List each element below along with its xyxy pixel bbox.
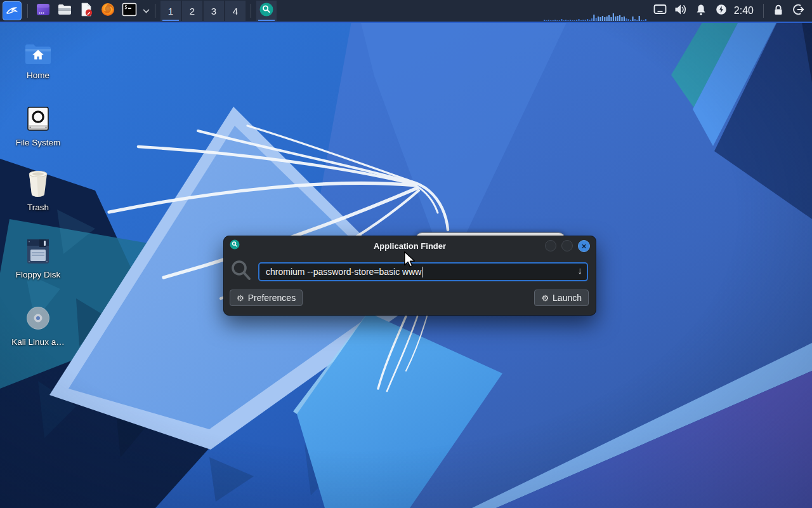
desktop-icon-label: Floppy Disk bbox=[16, 270, 61, 279]
terminal-dropdown-button[interactable] bbox=[141, 6, 150, 15]
logout-icon bbox=[792, 3, 805, 18]
close-icon: × bbox=[582, 242, 587, 250]
desktop-icon-label: Kali Linux a… bbox=[11, 337, 64, 347]
bell-icon bbox=[695, 4, 707, 18]
desktop-root: $ 1 2 3 4 bbox=[0, 0, 812, 508]
preferences-button[interactable]: ⚙ Preferences bbox=[230, 290, 303, 306]
workspace-1-label: 1 bbox=[168, 6, 173, 17]
window-title: Application Finder bbox=[224, 241, 596, 251]
firefox-icon bbox=[100, 2, 115, 20]
power-bolt-icon bbox=[716, 4, 727, 18]
text-caret bbox=[422, 267, 422, 277]
desktop-icon-label: Home bbox=[27, 70, 49, 80]
terminal-launcher[interactable]: $ bbox=[120, 1, 139, 20]
hard-disk-icon bbox=[24, 102, 52, 133]
document-icon bbox=[79, 2, 94, 20]
text-editor-launcher[interactable] bbox=[77, 1, 96, 20]
application-finder-window: Application Finder × chromium --password… bbox=[223, 236, 596, 316]
chevron-down-icon bbox=[143, 5, 150, 17]
workspace-1-button[interactable]: 1 bbox=[160, 1, 181, 21]
panel-separator bbox=[155, 4, 155, 18]
network-icon bbox=[653, 4, 667, 18]
close-button[interactable]: × bbox=[578, 240, 590, 252]
workspace-2-button[interactable]: 2 bbox=[182, 1, 202, 21]
home-folder-icon bbox=[23, 34, 53, 66]
active-task-underline bbox=[258, 20, 275, 21]
terminal-icon: $ bbox=[122, 2, 137, 20]
desktop-icon-label: File System bbox=[16, 138, 61, 147]
search-badge-icon bbox=[259, 2, 274, 20]
top-panel: $ 1 2 3 4 bbox=[0, 0, 812, 23]
cpu-graph[interactable] bbox=[544, 4, 648, 22]
svg-text:$: $ bbox=[124, 4, 128, 10]
desktop-icon-home[interactable]: Home bbox=[5, 34, 71, 80]
kali-logo-icon bbox=[5, 3, 19, 19]
power-manager-tray-button[interactable] bbox=[713, 3, 730, 19]
preferences-button-label: Preferences bbox=[248, 293, 296, 303]
lock-icon bbox=[773, 4, 784, 18]
workspace-4-button[interactable]: 4 bbox=[225, 1, 246, 21]
search-input[interactable]: chromium --password-store=basic www ↓ bbox=[258, 262, 588, 281]
kali-menu-button[interactable] bbox=[3, 1, 22, 20]
lock-screen-button[interactable] bbox=[770, 3, 787, 19]
panel-separator bbox=[27, 4, 28, 18]
gear-icon: ⚙ bbox=[237, 294, 244, 302]
volume-tray-button[interactable] bbox=[672, 3, 689, 19]
window-app-launcher[interactable] bbox=[34, 1, 53, 20]
folder-icon bbox=[57, 2, 72, 20]
panel-clock[interactable]: 2:40 bbox=[734, 5, 754, 17]
mouse-cursor bbox=[403, 251, 416, 271]
logout-button[interactable] bbox=[790, 3, 807, 19]
firefox-launcher[interactable] bbox=[98, 1, 117, 20]
notifications-tray-button[interactable] bbox=[693, 3, 709, 19]
trash-icon bbox=[25, 166, 51, 198]
file-manager-launcher[interactable] bbox=[55, 1, 74, 20]
workspace-3-button[interactable]: 3 bbox=[204, 1, 224, 21]
cd-disc-icon bbox=[23, 301, 53, 333]
desktop-icon-label: Trash bbox=[27, 203, 49, 212]
appfinder-window-icon bbox=[230, 239, 240, 252]
search-icon bbox=[230, 260, 252, 284]
desktop-icon-floppy-disk[interactable]: Floppy Disk bbox=[5, 234, 71, 279]
active-workspace-underline bbox=[162, 20, 179, 21]
panel-separator bbox=[763, 4, 764, 18]
window-app-icon bbox=[36, 2, 51, 20]
workspace-3-label: 3 bbox=[211, 6, 216, 17]
dropdown-arrow-icon[interactable]: ↓ bbox=[578, 265, 583, 276]
workspace-4-label: 4 bbox=[233, 6, 238, 17]
search-input-value: chromium --password-store=basic www bbox=[266, 267, 421, 277]
launch-button[interactable]: ⚙ Launch bbox=[534, 290, 589, 306]
workspace-2-label: 2 bbox=[190, 6, 195, 17]
minimize-button[interactable] bbox=[545, 240, 556, 251]
network-tray-button[interactable] bbox=[652, 3, 669, 19]
speaker-icon bbox=[674, 4, 687, 18]
floppy-disk-icon bbox=[24, 234, 52, 265]
appfinder-taskbar-button[interactable] bbox=[256, 1, 277, 21]
desktop-icon-kali-cd[interactable]: Kali Linux a… bbox=[5, 301, 71, 347]
desktop-icon-file-system[interactable]: File System bbox=[5, 102, 71, 147]
panel-separator bbox=[251, 4, 251, 18]
maximize-button[interactable] bbox=[561, 240, 573, 251]
launch-gear-icon: ⚙ bbox=[541, 294, 549, 302]
desktop-icon-trash[interactable]: Trash bbox=[5, 166, 71, 212]
launch-button-label: Launch bbox=[553, 293, 582, 303]
